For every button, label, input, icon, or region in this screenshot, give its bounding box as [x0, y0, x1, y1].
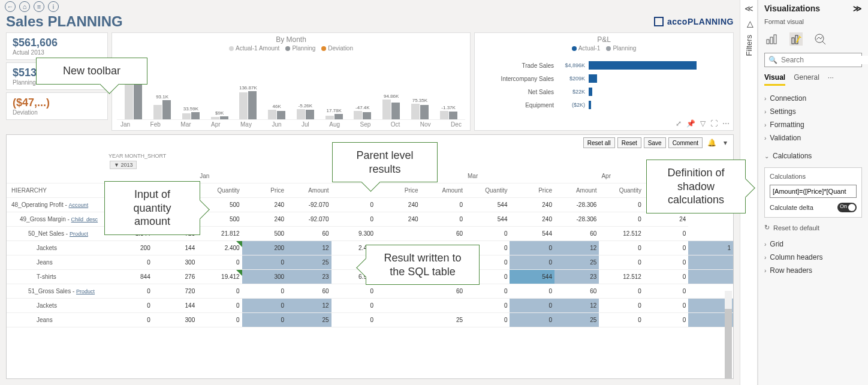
grid-cell[interactable]: 544: [510, 270, 554, 284]
svg-line-7: [822, 41, 825, 44]
reset-all-button[interactable]: Reset all: [583, 137, 615, 148]
search-icon: 🔍: [768, 56, 777, 64]
grid-cell[interactable]: 0: [242, 255, 287, 270]
kpi-value: $561,606: [13, 37, 101, 49]
search-input[interactable]: [781, 56, 868, 64]
grid-cell: 0: [599, 255, 643, 270]
section-validation[interactable]: ›Validation: [764, 131, 862, 145]
grid-cell: 240: [376, 198, 420, 212]
grid-cell: -92.070: [287, 212, 331, 227]
grid-cell[interactable]: 0: [510, 299, 554, 313]
grid-cell[interactable]: 25: [287, 313, 331, 327]
grid-cell[interactable]: [688, 270, 733, 284]
grid-cell[interactable]: 12: [554, 299, 599, 313]
expand-filters-icon[interactable]: ≪: [745, 4, 754, 13]
kpi-card-2: ($47,...) Deviation: [6, 92, 108, 120]
grid-cell: 240: [510, 198, 554, 212]
grid-cell[interactable]: 0: [510, 241, 554, 255]
svg-point-6: [815, 34, 824, 43]
back-icon[interactable]: ←: [5, 1, 16, 12]
tab-general[interactable]: General: [794, 73, 819, 86]
grid-cell: 0: [644, 299, 688, 313]
month-col-Jul: -5.26K: [293, 54, 319, 119]
grid-cell[interactable]: 0: [510, 255, 554, 270]
reset-button[interactable]: Reset: [617, 137, 641, 148]
save-button[interactable]: Save: [644, 137, 666, 148]
pnl-row: Intercompany Sales$209K: [487, 74, 721, 83]
table-row[interactable]: Jeans030000250250025002: [7, 313, 733, 327]
filters-speaker-icon[interactable]: ▷: [744, 21, 754, 28]
collapse-viz-icon[interactable]: ≫: [853, 4, 862, 13]
format-search[interactable]: 🔍: [764, 53, 862, 67]
chevron-down-icon[interactable]: ▾: [721, 137, 730, 148]
grid-cell[interactable]: 1: [688, 241, 733, 255]
grid-cell: 0: [465, 299, 510, 313]
table-row[interactable]: 51_Gross Sales - Product0720006006000600…: [7, 284, 733, 299]
grid-cell: -28.306: [554, 198, 599, 212]
grid-cell[interactable]: [688, 255, 733, 270]
section-settings[interactable]: ›Settings: [764, 105, 862, 118]
grid-cell[interactable]: 0: [510, 313, 554, 327]
drill-icon[interactable]: ⤢: [676, 119, 682, 128]
grid-scrollbar[interactable]: [725, 291, 732, 372]
grid-cell: 0: [644, 284, 688, 299]
section-calculations[interactable]: ⌄Calculations: [764, 149, 862, 163]
home-icon[interactable]: ⌂: [19, 1, 30, 12]
grid-cell: -28.306: [554, 212, 599, 227]
grid-cell[interactable]: 12: [287, 241, 331, 255]
month-col-Sep: -47.4K: [349, 54, 376, 119]
table-row[interactable]: Jackets014400120001200: [7, 299, 733, 313]
grid-cell: 240: [242, 198, 287, 212]
tab-visual[interactable]: Visual: [764, 73, 785, 86]
section-grid[interactable]: ›Grid: [764, 237, 862, 251]
callout-parent-results: Parent level results: [332, 142, 438, 182]
delta-toggle[interactable]: On: [837, 203, 857, 212]
grid-cell: -92.070: [287, 198, 331, 212]
callout-shadow-calc: Definition of shadow calculations: [646, 160, 746, 213]
grid-cell: 720: [153, 284, 197, 299]
grid-cell[interactable]: 25: [287, 255, 331, 270]
grid-cell: 0: [331, 284, 376, 299]
section-column-headers[interactable]: ›Column headers: [764, 251, 862, 264]
section-connection[interactable]: ›Connection: [764, 92, 862, 105]
grid-cell[interactable]: 200: [242, 241, 287, 255]
grid-cell: 0: [599, 313, 643, 327]
grid-cell: 60: [554, 227, 599, 241]
more-icon[interactable]: ⋯: [722, 119, 730, 128]
year-chip[interactable]: ▼ 2013: [110, 161, 137, 169]
grid-cell: 240: [242, 212, 287, 227]
brand-logo: accoPLANNING: [654, 17, 734, 26]
grid-cell[interactable]: 25: [554, 255, 599, 270]
grid-cell[interactable]: 0: [242, 299, 287, 313]
grid-cell[interactable]: 23: [287, 270, 331, 284]
grid-cell[interactable]: 300: [242, 270, 287, 284]
tab-more[interactable]: ···: [828, 73, 834, 86]
reset-to-default[interactable]: ↻Reset to default: [764, 222, 862, 233]
grid-cell[interactable]: 0: [242, 313, 287, 327]
menu-icon[interactable]: ≡: [34, 1, 44, 12]
build-visual-icon[interactable]: [765, 32, 779, 46]
grid-cell[interactable]: 23: [554, 270, 599, 284]
grid-cell: 24: [644, 212, 688, 227]
grid-cell[interactable]: 12: [554, 241, 599, 255]
grid-cell: 144: [153, 299, 197, 313]
grid-cell[interactable]: 12: [287, 299, 331, 313]
filter-icon[interactable]: ▽: [700, 119, 706, 128]
focus-icon[interactable]: ⛶: [710, 119, 718, 128]
format-visual-icon[interactable]: [789, 32, 803, 46]
grid-cell: 60: [421, 227, 465, 241]
grid-cell[interactable]: 25: [554, 313, 599, 327]
pin-icon[interactable]: 📌: [686, 119, 695, 128]
svg-rect-2: [774, 35, 776, 44]
kpi-label: Actual 2013: [13, 49, 101, 56]
comment-button[interactable]: Comment: [668, 137, 703, 148]
analytics-icon[interactable]: [813, 32, 827, 46]
bell-icon[interactable]: 🔔: [705, 137, 719, 148]
pnl-legend: Actual-1Planning: [480, 45, 728, 52]
section-formatting[interactable]: ›Formatting: [764, 118, 862, 131]
grid-cell: 0: [644, 241, 688, 255]
grid-cell: 0: [108, 299, 152, 313]
calc-formula-input[interactable]: [770, 185, 857, 198]
section-row-headers[interactable]: ›Row headers: [764, 264, 862, 277]
info-icon[interactable]: i: [48, 1, 59, 12]
